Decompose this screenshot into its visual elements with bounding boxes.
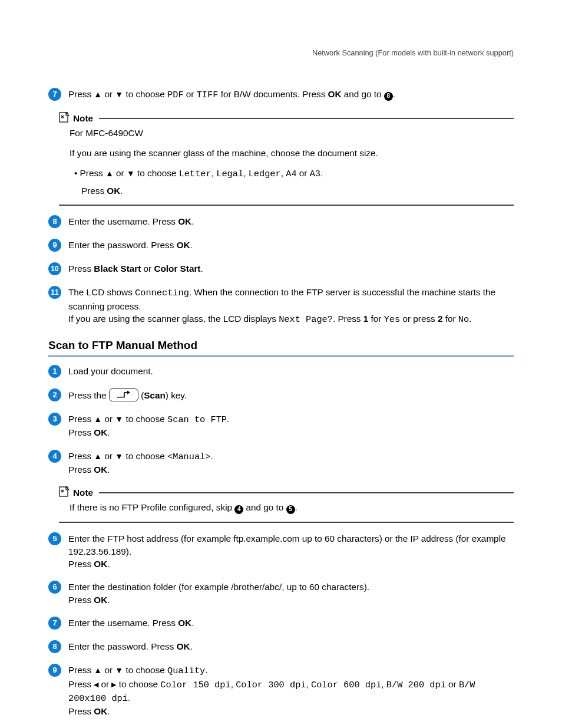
code: Color 150 dpi — [160, 680, 230, 690]
step-text: Enter the username. Press OK. — [68, 617, 514, 630]
t: Enter the username. Press — [68, 216, 178, 226]
t: . — [227, 414, 229, 424]
step-badge: 7 — [48, 88, 61, 101]
t: or press — [400, 314, 438, 324]
step-text: Press ▲ or ▼ to choose <Manual>. Press O… — [68, 450, 514, 476]
t: . — [393, 89, 395, 99]
step-text: The LCD shows Connecting. When the conne… — [68, 286, 514, 326]
step-text: Enter the username. Press OK. — [68, 215, 514, 228]
t: or — [102, 451, 115, 461]
down-arrow-icon: ▼ — [115, 90, 123, 99]
step-badge: 8 — [48, 640, 61, 653]
ok-label: OK — [94, 427, 107, 437]
code: Connecting — [135, 288, 189, 298]
t: . — [190, 240, 193, 250]
t: . — [320, 168, 323, 178]
t: . — [469, 314, 471, 324]
code: Color 600 dpi — [311, 680, 381, 690]
t: for — [368, 314, 384, 324]
ok-label: OK — [94, 465, 107, 475]
step-text: Press Black Start or Color Start. — [68, 262, 514, 275]
ok-label: OK — [177, 240, 190, 250]
code: Letter — [179, 169, 211, 179]
t: or — [184, 89, 197, 99]
t: to choose — [116, 679, 160, 689]
ok-label: OK — [328, 89, 342, 99]
t: Press — [68, 465, 94, 475]
t: to choose — [123, 89, 167, 99]
step-badge: 11 — [48, 286, 61, 299]
heading-rule — [48, 355, 514, 357]
down-arrow-icon: ▼ — [127, 169, 135, 178]
t: or — [98, 679, 111, 689]
code: B/W 200 dpi — [386, 680, 446, 690]
note-end-rule — [59, 205, 514, 206]
step-badge: 10 — [48, 262, 61, 275]
t: and go to — [243, 502, 286, 512]
note-rule — [99, 118, 514, 119]
code: PDF — [167, 90, 184, 100]
content-area: Network Scanning (For models with built-… — [48, 48, 514, 728]
scan-label: Scan — [144, 390, 166, 400]
step-9: 9 Enter the password. Press OK. — [48, 239, 514, 252]
step-badge: 8 — [48, 215, 61, 228]
note-body: For MFC-6490CW If you are using the scan… — [70, 126, 514, 197]
t: ) key. — [166, 390, 187, 400]
t: Press — [68, 665, 94, 675]
bullet: Press ▲ or ▼ to choose Letter, Legal, Le… — [74, 166, 514, 182]
note-header: Note — [59, 112, 514, 125]
down-arrow-icon: ▼ — [115, 452, 123, 461]
t: Press — [68, 263, 94, 274]
step-badge: 6 — [48, 581, 61, 594]
t: . — [107, 595, 110, 605]
running-header: Network Scanning (For models with built-… — [312, 48, 514, 57]
t: , — [306, 679, 312, 689]
step-badge: 2 — [48, 388, 61, 401]
note-end-rule — [59, 522, 514, 523]
t: to choose — [123, 665, 167, 675]
t: . — [191, 618, 194, 628]
note-block: Note For MFC-6490CW If you are using the… — [59, 112, 514, 206]
up-arrow-icon: ▲ — [94, 90, 102, 99]
step-text: Enter the destination folder (for exampl… — [68, 581, 514, 606]
step-7: 7 Press ▲ or ▼ to choose PDF or TIFF for… — [48, 88, 514, 101]
step-8: 8 Enter the username. Press OK. — [48, 215, 514, 228]
up-arrow-icon: ▲ — [105, 169, 114, 178]
scan-key-icon — [109, 388, 138, 401]
t: Press — [68, 559, 94, 569]
t: or — [297, 168, 310, 178]
ok-label: OK — [107, 186, 120, 196]
t: or — [102, 89, 115, 99]
code: Color 300 dpi — [236, 680, 306, 690]
step-9b: 9 Press ▲ or ▼ to choose Quality. Press … — [48, 664, 514, 718]
t: Press — [68, 451, 94, 461]
step-5: 5 Enter the FTP host address (for exampl… — [48, 532, 514, 570]
step-8b: 8 Enter the password. Press OK. — [48, 640, 514, 653]
t: Enter the FTP host address (for example … — [68, 533, 506, 556]
t: to choose — [123, 451, 167, 461]
step-3: 3 Press ▲ or ▼ to choose Scan to FTP. Pr… — [48, 413, 514, 439]
t: Enter the password. Press — [68, 240, 177, 250]
t: Enter the username. Press — [68, 618, 178, 628]
t: Press — [68, 414, 94, 424]
code: Ledger — [249, 169, 281, 179]
t: Enter the password. Press — [68, 641, 177, 651]
step-11: 11 The LCD shows Connecting. When the co… — [48, 286, 514, 326]
ref-badge-4: 4 — [234, 505, 243, 514]
ref-badge-5: 5 — [286, 505, 295, 514]
t: . — [128, 693, 130, 703]
t: If you are using the scanner glass, the … — [68, 314, 279, 324]
step-text: Enter the password. Press OK. — [68, 640, 514, 653]
t: . — [191, 216, 194, 226]
note-label: Note — [73, 487, 93, 498]
t: and go to — [342, 89, 384, 99]
t: . — [200, 263, 203, 274]
step-10: 10 Press Black Start or Color Start. — [48, 262, 514, 275]
t: Press — [68, 679, 94, 689]
ok-label: OK — [178, 618, 191, 628]
t: Press the — [68, 390, 109, 400]
step-text: Load your document. — [68, 365, 514, 378]
ok-label: OK — [94, 706, 107, 716]
t: or — [141, 263, 154, 274]
t: Press — [68, 595, 94, 605]
